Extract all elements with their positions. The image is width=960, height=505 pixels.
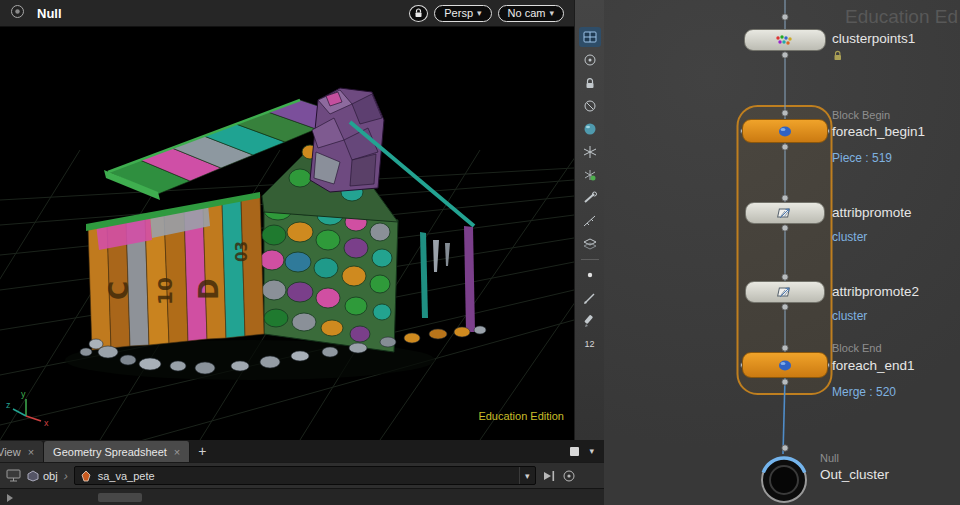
breadcrumb-obj-label: obj — [43, 470, 58, 482]
svg-text:x: x — [44, 418, 49, 428]
toolbar-tools-icon[interactable] — [579, 188, 601, 208]
svg-text:C: C — [104, 281, 134, 300]
node-attribpromote[interactable] — [745, 202, 825, 224]
node-attribpromote2[interactable] — [745, 281, 825, 303]
node-foreach-begin1[interactable] — [742, 119, 828, 143]
camera-select-button[interactable]: No cam ▾ — [498, 5, 564, 22]
pane-tabbar: View × Geometry Spreadsheet × + ▾ — [0, 440, 604, 462]
path-root-icon[interactable] — [6, 469, 21, 482]
lock-icon — [414, 8, 423, 18]
expand-caret-icon[interactable] — [7, 494, 13, 502]
bottom-strip — [0, 488, 604, 505]
breadcrumb-separator: › — [62, 469, 70, 483]
attribpromote-icon — [776, 206, 794, 220]
node-out-cluster-header: Null — [820, 452, 839, 464]
lock-camera-button[interactable] — [409, 5, 428, 22]
node-clusterpoints1[interactable] — [744, 29, 826, 51]
toolbar-measure-icon[interactable] — [579, 211, 601, 231]
toolbar-layout-icon[interactable] — [579, 27, 601, 47]
toolbar-divider — [581, 259, 599, 260]
tab-view[interactable]: View × — [0, 441, 44, 462]
perspective-label: Persp — [444, 7, 473, 19]
lock-flag-icon — [833, 50, 843, 61]
node-out-cluster[interactable] — [758, 454, 810, 505]
close-icon[interactable]: × — [28, 446, 34, 458]
tab-view-label: View — [0, 446, 21, 458]
toolbar-camera-icon[interactable] — [579, 96, 601, 116]
null-output-icon — [758, 454, 810, 505]
node-out-cluster-label[interactable]: Out_cluster — [820, 467, 889, 482]
node-attribpromote-info: cluster — [832, 230, 867, 244]
node-attribpromote-label[interactable]: attribpromote — [832, 205, 912, 220]
block-end-icon — [777, 359, 793, 372]
node-foreach-begin1-header: Block Begin — [832, 109, 890, 121]
block-begin-icon — [777, 125, 793, 138]
path-dropdown-button[interactable]: ▾ — [519, 467, 535, 484]
network-pathbar: obj › sa_va_pete ▾ — [0, 462, 604, 488]
network-editor[interactable]: Education Ed — [604, 0, 960, 505]
chevron-down-icon: ▾ — [477, 8, 482, 18]
toolbar-shading-icon[interactable] — [579, 119, 601, 139]
toolbar-pen-icon[interactable] — [579, 288, 601, 308]
left-pane: C 10 D 03 — [0, 0, 604, 505]
tab-geometry-spreadsheet[interactable]: Geometry Spreadsheet × — [44, 441, 190, 462]
clusterpoints-icon — [775, 34, 795, 46]
scene-viewport[interactable]: C 10 D 03 — [0, 0, 574, 440]
node-foreach-end1-info: Merge : 520 — [832, 385, 896, 399]
education-edition-watermark: Education Edition — [478, 410, 564, 422]
obj-context-icon — [27, 470, 39, 482]
node-foreach-begin1-info: Piece : 519 — [832, 151, 892, 165]
node-clusterpoints1-label[interactable]: clusterpoints1 — [832, 31, 915, 46]
toolbar-construction-icon[interactable] — [579, 165, 601, 185]
scene-3d: C 10 D 03 — [0, 0, 574, 440]
chevron-down-icon: ▾ — [525, 471, 530, 481]
node-attribpromote2-info: cluster — [832, 309, 867, 323]
svg-text:D: D — [194, 278, 224, 300]
toolbar-frame-count[interactable]: 12 — [579, 334, 601, 354]
houdini-window: C 10 D 03 — [0, 0, 960, 505]
chevron-down-icon: ▾ — [549, 8, 554, 18]
node-attribpromote2-label[interactable]: attribpromote2 — [832, 284, 919, 299]
camera-label: No cam — [508, 7, 546, 19]
pane-menu-icon[interactable]: ▾ — [589, 446, 594, 456]
pane-maximize-icon[interactable] — [570, 447, 579, 456]
close-icon[interactable]: × — [174, 446, 180, 458]
node-foreach-begin1-label[interactable]: foreach_begin1 — [832, 124, 925, 139]
pin-path-icon[interactable] — [542, 469, 556, 483]
toolbar-lock-icon[interactable] — [579, 73, 601, 93]
bottom-strip-button[interactable] — [98, 493, 142, 502]
attribpromote-icon — [776, 285, 794, 299]
svg-text:z: z — [6, 400, 11, 410]
geometry-node-icon — [80, 470, 92, 482]
toolbar-pencil-icon[interactable] — [579, 311, 601, 331]
node-path-field[interactable]: sa_va_pete ▾ — [74, 466, 536, 485]
svg-text:10: 10 — [153, 277, 177, 305]
breadcrumb-obj[interactable]: obj — [27, 470, 58, 482]
perspective-menu-button[interactable]: Persp ▾ — [434, 5, 491, 22]
viewport-title: Null — [37, 6, 62, 21]
toolbar-dot-icon[interactable] — [579, 265, 601, 285]
toolbar-snap-icon[interactable] — [579, 142, 601, 162]
svg-text:03: 03 — [233, 241, 251, 262]
network-wires — [604, 0, 960, 505]
toolbar-orbit-icon[interactable] — [579, 50, 601, 70]
node-path-value: sa_va_pete — [98, 470, 513, 482]
viewport-menu-icon[interactable] — [10, 4, 25, 23]
node-foreach-end1-label[interactable]: foreach_end1 — [832, 358, 915, 373]
sync-selection-icon[interactable] — [562, 469, 576, 483]
node-foreach-end1[interactable] — [742, 352, 828, 378]
node-foreach-end1-header: Block End — [832, 342, 882, 354]
viewport-toolbar: 12 — [574, 0, 604, 440]
viewport-topbar: Null Persp ▾ No cam ▾ — [0, 0, 574, 27]
svg-text:y: y — [21, 389, 26, 399]
toolbar-layers-icon[interactable] — [579, 234, 601, 254]
tab-geometry-spreadsheet-label: Geometry Spreadsheet — [53, 446, 167, 458]
add-tab-button[interactable]: + — [190, 440, 214, 462]
